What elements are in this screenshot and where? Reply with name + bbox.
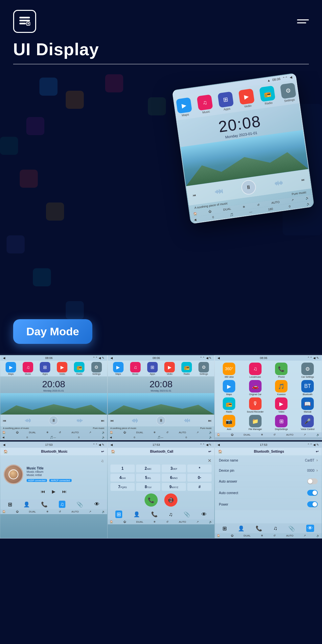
s1-maps-icon[interactable]: ▶ [6, 362, 16, 372]
music-icon: ♫ [197, 94, 213, 111]
grid-app-kuwooo[interactable]: 🎵 Kuwooo [269, 380, 294, 395]
bt-call-back-icon[interactable]: ↩ [208, 450, 211, 453]
prev-track-icon[interactable]: ⏮ [193, 193, 196, 197]
play-pause-button[interactable]: ⏸ [241, 179, 257, 196]
screen1-music-labels: A soothing piece of music Pure music [0, 426, 107, 430]
auto-answer-toggle[interactable] [307, 478, 318, 484]
phone-app-vedio[interactable]: ▶ Vedio [238, 88, 255, 109]
phone-app-radio[interactable]: 📻 Radio [259, 85, 276, 106]
phone-app-apps[interactable]: ⊞ Apps [218, 91, 234, 112]
dial-close-icon[interactable]: ✕ [110, 458, 212, 463]
grid-app-carsettings[interactable]: ⚙ Car Settings [295, 363, 320, 378]
dial-4[interactable]: 4GHI [110, 474, 135, 482]
grid-app-filemanager[interactable]: 📁 File Manager [243, 415, 267, 430]
bt-album-row: Music Title Music Album Music Artist A2D… [4, 465, 104, 484]
bt-power-label: Power [219, 503, 228, 506]
dial-9[interactable]: 9WXYZ [162, 483, 186, 491]
dial-7[interactable]: 7PQRS [110, 483, 135, 491]
dial-1[interactable]: 1 [110, 465, 135, 472]
s2-settings-icon[interactable]: ⚙ [198, 362, 209, 372]
grid-app-soundrec[interactable]: 🎙 Sound Recorder [243, 397, 267, 413]
s2-maps-icon[interactable]: ▶ [113, 362, 124, 372]
s2-play-btn[interactable]: ⏸ [156, 416, 166, 425]
bluetooth-icon: BT [301, 380, 314, 393]
dial-2[interactable]: 2ABC [136, 465, 160, 472]
s1-prev-icon[interactable]: ⏮ [3, 419, 6, 422]
bt-album-art [4, 465, 23, 484]
pure-music-label: Pure music [291, 191, 307, 196]
phone-app-settings[interactable]: ⚙ Settings [280, 83, 297, 103]
auto-connect-toggle[interactable] [307, 490, 318, 496]
s1-play-btn[interactable]: ⏸ [49, 416, 58, 425]
logo-icon [13, 10, 36, 33]
dial-8[interactable]: 8TUV [136, 483, 160, 491]
dial-hash[interactable]: # [187, 483, 212, 491]
screen-music-1: ◀ 08:06 ⌃⌃ ◀ ✎ ▶ Maps ♫ Music ⊞ Apps ▶ V… [0, 355, 107, 440]
phone-app-maps[interactable]: ▶ Maps [176, 97, 193, 118]
s1-apps-icon[interactable]: ⊞ [40, 362, 50, 372]
screen1-clock: 20:08 Monday 2023-01-01 [0, 376, 107, 393]
hamburger-menu[interactable] [297, 19, 309, 23]
s1-vedio-icon[interactable]: ▶ [57, 362, 67, 372]
header: UI Display [0, 0, 322, 71]
next-track-icon[interactable]: ⏭ [301, 178, 305, 181]
bt-play-icon[interactable]: ▶ [52, 489, 56, 494]
bt-music-status: ◀ 17:53 ⌃⌃ ◀ ✎ [0, 442, 107, 448]
auto-answer-thumb [308, 479, 312, 484]
grid-app-avin[interactable]: 📷 Avin [217, 415, 241, 430]
s1-radio-icon[interactable]: 📻 [74, 362, 84, 372]
s2-music-icon[interactable]: ♫ [130, 362, 141, 372]
screen3-bottom-bar: 🏠⏻DUAL❄↺AUTO↗🔊 [215, 432, 322, 437]
bt-music-back-icon[interactable]: ↩ [101, 450, 104, 453]
grid-app-radio[interactable]: 📻 Radio [217, 397, 241, 413]
dial-star[interactable]: * [187, 465, 212, 472]
s1-settings-icon[interactable]: ⚙ [91, 362, 102, 372]
s1-next-icon[interactable]: ⏭ [101, 419, 104, 422]
bt-device-name-chevron-icon[interactable]: › [316, 458, 318, 463]
svg-rect-1 [19, 20, 30, 21]
bt-power-thumb [312, 502, 317, 507]
grid-app-maps[interactable]: ▶ Maps [217, 380, 241, 395]
grid-app-video[interactable]: ▶ Video [269, 397, 294, 413]
dial-5[interactable]: 5JKL [136, 474, 160, 482]
s1-music-icon[interactable]: ♫ [23, 362, 33, 372]
bt-next-icon[interactable]: ⏭ [62, 489, 67, 494]
bt-call-title-bar: 🏠 Bluetooth_Call ↩ [108, 448, 215, 455]
bt-music-content: ♫ Music Title Music Album Music Artist A… [0, 455, 107, 499]
s2-vedio-icon[interactable]: ▶ [164, 362, 175, 372]
bt-music-note-icon: ♫ [4, 459, 104, 463]
bt-power-row: Power [215, 499, 322, 510]
bt-auto-connect-row: Auto connect [215, 487, 322, 499]
grid-app-360view[interactable]: 360° 360 view [217, 363, 241, 378]
dial-6[interactable]: 6MNO [162, 474, 186, 482]
grid-app-dispsettings[interactable]: ⊞ DispSettings [269, 415, 294, 430]
s2-radio-icon[interactable]: 📻 [181, 362, 192, 372]
grid-app-bluetooth[interactable]: BT Bluetooth [295, 380, 320, 395]
s2-prev-icon[interactable]: ⏮ [110, 419, 114, 422]
phone-app-music[interactable]: ♫ Music [197, 94, 214, 115]
s2-apps-icon[interactable]: ⊞ [147, 362, 158, 372]
s2-next-icon[interactable]: ⏭ [208, 419, 212, 422]
bt-device-name-row: Device name CarBT › [215, 455, 322, 465]
manual-icon: 📖 [301, 397, 314, 410]
dial-0dash[interactable]: 0- [187, 474, 212, 482]
grid-app-manual[interactable]: 📖 Manual [295, 397, 320, 413]
kuwooo-icon: 🎵 [275, 380, 288, 393]
screen2-music-row: ⏮ ⏸ ⏭ [108, 415, 215, 426]
dial-accept-button[interactable]: 📞 [145, 493, 158, 507]
bt-power-toggle[interactable] [307, 501, 318, 507]
grid-app-localmusic[interactable]: ♫ Localmusic [243, 363, 267, 378]
dial-3[interactable]: 3DEF [162, 465, 186, 472]
bt-device-pin-chevron-icon[interactable]: › [316, 468, 318, 473]
screen1-bottom-bar: 🏠⏻DUAL❄↺AUTO↗🔊 [0, 430, 107, 435]
radio-icon: 📻 [259, 85, 276, 102]
grid-app-voicecontrol[interactable]: 🎤 Voice Control [295, 415, 320, 430]
screen3-status: ◀ 08:06 ⌃⌃ ◀ ✎ [215, 355, 322, 361]
bt-settings-content: Device name CarBT › Device pin 0000 › Au… [215, 455, 322, 523]
bt-settings-back-icon[interactable]: ↩ [316, 450, 318, 453]
dial-reject-button[interactable]: 📵 [164, 493, 177, 507]
bt-prev-icon[interactable]: ⏮ [41, 489, 45, 494]
grid-app-phone[interactable]: 📞 Phone [269, 363, 294, 378]
grid-app-origcar[interactable]: 🚗 Original Car [243, 380, 267, 395]
screen2-nav-bar: ◀0🎵—0🔊 [108, 435, 215, 440]
